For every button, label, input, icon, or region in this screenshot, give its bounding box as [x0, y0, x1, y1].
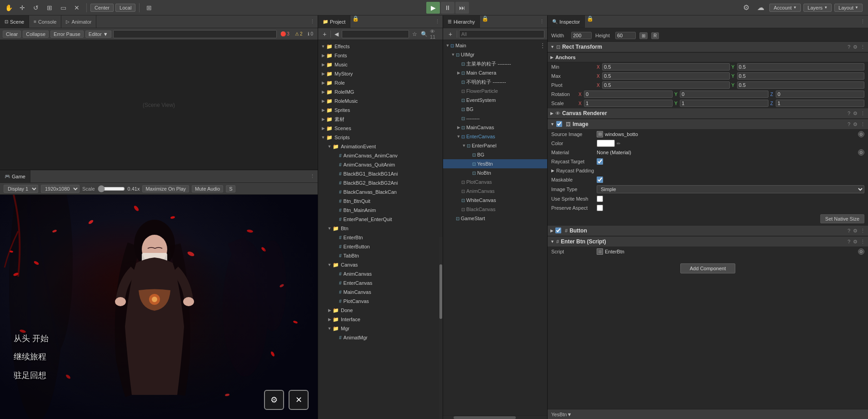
hierarchy-search-input[interactable] [459, 30, 544, 38]
project-tree-item-26[interactable]: #EnterCanvas [318, 278, 443, 288]
project-lock-icon[interactable]: 🔒 [352, 15, 359, 28]
project-tree-item-9[interactable]: ▶📁Scenes [318, 124, 443, 133]
collapse-btn[interactable]: Collapse [23, 30, 49, 38]
inspector-lock-icon[interactable]: 🔒 [587, 15, 594, 28]
project-new-btn[interactable]: + [321, 30, 329, 39]
button-help[interactable]: ? [848, 228, 850, 234]
project-nav-back[interactable]: ◀ [333, 30, 340, 39]
rotation-x[interactable] [584, 91, 673, 98]
canvas-renderer-help[interactable]: ? [848, 111, 850, 116]
project-tree-item-29[interactable]: ▶📁Done [318, 306, 443, 315]
project-tree-item-27[interactable]: #MainCanvas [318, 288, 443, 297]
mute-btn[interactable]: Mute Audio [192, 185, 223, 192]
image-settings-btn[interactable]: ⚙ [853, 121, 858, 127]
project-tree-item-0[interactable]: ▼📁Effects [318, 42, 443, 51]
hierarchy-item-8[interactable]: ⊡-------- [443, 114, 547, 123]
enter-btn-help[interactable]: ? [848, 239, 850, 245]
clear-btn[interactable]: Clear [3, 30, 21, 38]
hierarchy-item-13[interactable]: ⊡YesBtn [443, 159, 547, 168]
tab-inspector[interactable]: 🔍 Inspector [548, 15, 585, 28]
button-enable-check[interactable] [555, 227, 561, 233]
project-tree-item-10[interactable]: ▼📁Scripts [318, 133, 443, 142]
anchor-max-y[interactable] [737, 72, 865, 80]
tab-scene[interactable]: ⊡ Scene [0, 15, 29, 28]
hierarchy-item-18[interactable]: ⊡BlackCanvas [443, 205, 547, 214]
scale-tool-btn[interactable]: ⊞ [44, 2, 55, 14]
scale-z[interactable] [776, 100, 864, 107]
display-select[interactable]: Display 1 [4, 185, 38, 193]
inspector-panel-more[interactable]: ⋮ [858, 15, 868, 28]
hierarchy-item-11[interactable]: ▼⊡EnterPanel [443, 141, 547, 150]
close-game-btn[interactable]: ✕ [289, 390, 309, 410]
image-component-header[interactable]: ▼ 🖼 Image ? ⚙ ⋮ [548, 119, 868, 130]
hierarchy-item-14[interactable]: ⊡NoBtn [443, 168, 547, 177]
rect-help-btn[interactable]: ? [848, 44, 850, 50]
project-tree-item-28[interactable]: #PlotCanvas [318, 297, 443, 306]
rotation-z[interactable] [776, 91, 864, 98]
project-tree-item-14[interactable]: #BlackBG1_BlackBG1Ani [318, 169, 443, 178]
scene-panel-more[interactable]: ⋮ [307, 15, 318, 28]
raycast-target-check[interactable] [597, 158, 603, 165]
s-btn[interactable]: S [226, 185, 235, 192]
project-tree-item-20[interactable]: ▼📁Btn [318, 224, 443, 233]
project-panel-more[interactable]: ⋮ [432, 15, 443, 28]
hierarchy-item-15[interactable]: ⊡PlotCanvas [443, 177, 547, 187]
hierarchy-item-17[interactable]: ⊡WhiteCanvas [443, 196, 547, 205]
hierarchy-panel-more[interactable]: ⋮ [537, 15, 547, 28]
rect-tool-btn[interactable]: ▭ [57, 2, 69, 14]
project-tree-item-7[interactable]: ▶📁Sprites [318, 106, 443, 115]
tab-hierarchy[interactable]: ☰ Hierarchy [443, 15, 480, 28]
project-tree-item-5[interactable]: ▶📁RoleIMG [318, 87, 443, 96]
scale-x[interactable] [584, 100, 673, 107]
layers-dropdown[interactable]: Layers ▼ [803, 4, 832, 12]
hierarchy-item-3[interactable]: ▶⊡Main Camera [443, 68, 547, 77]
hierarchy-item-10[interactable]: ▼⊡EnterCanvas [443, 132, 547, 141]
error-pause-btn[interactable]: Error Pause [50, 30, 84, 38]
enter-btn-script-header[interactable]: ▼ # Enter Btn (Script) ? ⚙ ⋮ [548, 236, 868, 247]
source-image-pick[interactable]: ⊙ [858, 131, 864, 137]
project-tree-item-6[interactable]: ▶📁RoleMusic [318, 96, 443, 106]
project-filter-btn[interactable]: ☆ [411, 30, 419, 39]
set-native-size-btn[interactable]: Set Native Size [820, 214, 864, 223]
tab-game[interactable]: 🎮 Game [0, 170, 30, 182]
maskable-check[interactable] [597, 177, 603, 183]
material-pick[interactable]: ⊙ [858, 149, 864, 156]
tab-project[interactable]: 📁 Project [318, 15, 350, 28]
project-tree-item-21[interactable]: #EnterBtn [318, 233, 443, 242]
scale-y[interactable] [680, 100, 768, 107]
canvas-renderer-settings[interactable]: ⚙ [853, 111, 858, 116]
project-tree-item-18[interactable]: #Btn_MainAnim [318, 206, 443, 215]
project-tree-item-4[interactable]: ▶📁Role [318, 78, 443, 87]
project-tree-item-31[interactable]: ▼📁Mgr [318, 324, 443, 333]
rect-transform-header[interactable]: ▼ ⊡ Rect Transform ? ⚙ ⋮ [548, 41, 868, 52]
rotation-y[interactable] [680, 91, 768, 98]
button-more[interactable]: ⋮ [860, 228, 865, 234]
project-tree-item-12[interactable]: #AnimCanvas_AnimCanv [318, 151, 443, 160]
account-dropdown[interactable]: Account ▼ [769, 4, 801, 12]
hierarchy-item-5[interactable]: ⊡FlowerParticle [443, 86, 547, 96]
button-component-header[interactable]: ▶ # Button ? ⚙ ⋮ [548, 225, 868, 236]
hierarchy-item-16[interactable]: ⊡AnimCanvas [443, 187, 547, 196]
project-tree-item-2[interactable]: ▶📁Music [318, 60, 443, 69]
hierarchy-item-2[interactable]: ⊡主菜单的粒子 -------- [443, 59, 547, 68]
maximize-btn[interactable]: Maximize On Play [142, 185, 189, 192]
project-tree-item-15[interactable]: #BlackBG2_BlackBG2Ani [318, 178, 443, 187]
use-sprite-mesh-check[interactable] [597, 196, 603, 202]
hierarchy-item-7[interactable]: ⊡BG [443, 105, 547, 114]
image-type-select[interactable]: Simple [597, 185, 864, 193]
center-btn[interactable]: Center [90, 4, 114, 12]
scale-slider[interactable] [98, 186, 125, 192]
anchor-min-x[interactable] [602, 63, 730, 71]
preserve-aspect-check[interactable] [597, 205, 603, 211]
pivot-y[interactable] [737, 81, 865, 89]
enter-btn-more[interactable]: ⋮ [860, 239, 865, 245]
color-picker-icon[interactable]: ✏ [617, 141, 620, 146]
rect-more-btn[interactable]: ⋮ [860, 44, 865, 50]
grid-btn[interactable]: ⊞ [143, 2, 155, 14]
cloud-icon-btn[interactable]: ☁ [755, 2, 767, 14]
project-tree-item-17[interactable]: #Btn_BtnQuit [318, 197, 443, 206]
project-search-input[interactable] [342, 30, 409, 38]
move-tool-btn[interactable]: ✛ [16, 2, 28, 14]
tab-animator[interactable]: ▷ Animator [61, 15, 96, 28]
tab-console[interactable]: ≡ Console [29, 15, 61, 28]
